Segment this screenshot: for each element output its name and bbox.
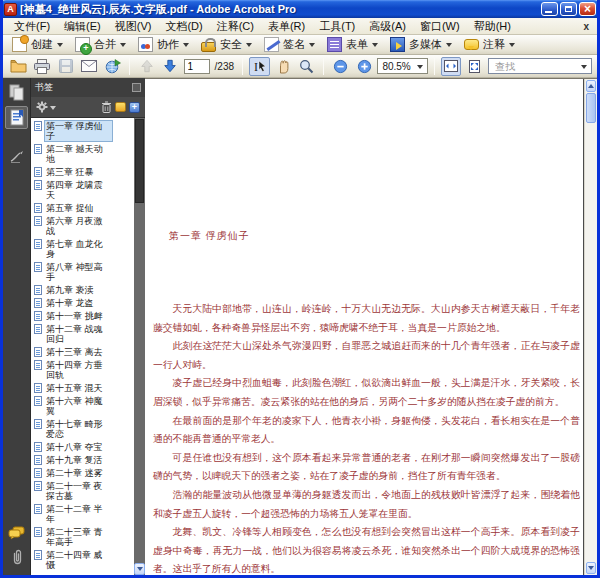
menu-help[interactable]: 帮助(H) — [467, 18, 518, 35]
print-button[interactable] — [32, 57, 53, 76]
chevron-down-icon — [137, 567, 143, 571]
document-scrollbar[interactable] — [584, 79, 597, 575]
bookmark-item[interactable]: 第八章 神型高手 — [34, 262, 133, 282]
scroll-up-button[interactable] — [586, 80, 596, 92]
paragraph: 天元大陆中部地带，山连山，岭连岭，十万大山无边无际。大山内参天古树遮天蔽日，千年… — [153, 300, 580, 337]
multimedia-button[interactable]: 多媒体 — [387, 36, 455, 53]
zoom-level-select[interactable]: 80.5% — [377, 58, 427, 74]
fit-width-button[interactable] — [441, 57, 462, 76]
find-input[interactable] — [493, 60, 577, 73]
menu-tools[interactable]: 工具(T) — [312, 18, 362, 35]
menubar-close-icon[interactable]: x — [579, 21, 593, 32]
bookmarks-panel-button[interactable] — [5, 106, 28, 129]
signatures-panel-button[interactable] — [5, 145, 28, 168]
create-icon — [12, 37, 27, 52]
create-button[interactable]: 创建 — [9, 36, 66, 53]
bookmark-item[interactable]: 第十二章 战魂回归 — [34, 324, 133, 344]
secure-button[interactable]: 安全 — [198, 36, 255, 53]
bookmark-item[interactable]: 第二十四章 威慑 — [34, 550, 133, 570]
pages-panel-button[interactable] — [5, 81, 28, 104]
forms-button[interactable]: 表单 — [324, 36, 381, 53]
bookmark-item[interactable]: 第二十二章 半年 — [34, 504, 133, 524]
bookmark-item[interactable]: 第十章 龙盗 — [34, 298, 133, 308]
pdf-page[interactable]: 第一章 俘虏仙子 天元大陆中部地带，山连山，岭连岭，十万大山无边无际。大山内参天… — [145, 79, 584, 575]
bookmark-item[interactable]: 第十八章 夺宝 — [34, 442, 133, 452]
plus-circle-icon — [357, 59, 372, 74]
navigation-panel-strip — [3, 78, 30, 575]
menu-forms[interactable]: 表单(R) — [261, 18, 312, 35]
combine-label: 合并 — [94, 37, 116, 52]
bookmark-item[interactable]: 第十三章 离去 — [34, 347, 133, 357]
email-button[interactable] — [79, 57, 100, 76]
minimize-button[interactable] — [541, 2, 558, 16]
tasks-toolbar: 创建合并协作安全签名表单多媒体注释 — [3, 35, 597, 55]
bookmark-item[interactable]: 第三章 狂暴 — [34, 167, 133, 177]
bookmark-item[interactable]: 第二章 撼天动地 — [34, 144, 133, 164]
bookmark-item[interactable]: 第二十三章 青年高手 — [34, 527, 133, 547]
menu-document[interactable]: 文档(D) — [158, 18, 209, 35]
document-scrollbar-thumb[interactable] — [586, 93, 596, 123]
bookmarks-scrollbar-thumb[interactable] — [135, 119, 144, 203]
bookmark-item[interactable]: 第十一章 挑衅 — [34, 311, 133, 321]
bookmark-item[interactable]: 第四章 龙啸震天 — [34, 180, 133, 200]
bookmark-item[interactable]: 第六章 月夜激战 — [34, 216, 133, 236]
bookmark-label: 第五章 捉仙 — [45, 203, 112, 213]
delete-bookmark-button[interactable] — [101, 101, 112, 113]
menu-view[interactable]: 视图(V) — [108, 18, 159, 35]
forms-label: 表单 — [346, 37, 368, 52]
zoom-level-value: 80.5% — [382, 61, 410, 72]
scroll-down-button[interactable] — [586, 562, 596, 574]
close-button[interactable] — [579, 2, 596, 16]
find-field[interactable] — [488, 58, 592, 74]
restore-button[interactable] — [560, 2, 577, 16]
bookmarks-scrollbar[interactable] — [134, 118, 145, 575]
menu-window[interactable]: 窗口(W) — [413, 18, 467, 35]
bookmark-label: 第二十三章 青年高手 — [45, 527, 112, 547]
printer-icon — [34, 59, 50, 74]
page-number-input[interactable] — [184, 59, 210, 74]
previous-page-button[interactable] — [136, 57, 157, 76]
menu-advanced[interactable]: 高级(A) — [362, 18, 413, 35]
combine-button[interactable]: 合并 — [72, 36, 129, 53]
bookmark-item[interactable]: 第二十一章 夜探古墓 — [34, 481, 133, 501]
bookmark-item[interactable]: 第十九章 复活 — [34, 455, 133, 465]
bookmark-item[interactable]: 第十七章 畸形爱恋 — [34, 419, 133, 439]
hand-tool-button[interactable] — [273, 57, 294, 76]
paperclip-icon — [10, 549, 24, 566]
bookmark-item[interactable]: 第九章 亵渎 — [34, 285, 133, 295]
sign-label: 签名 — [283, 37, 305, 52]
new-bookmark-button[interactable]: + — [129, 102, 140, 113]
bookmark-item[interactable]: 第七章 血龙化身 — [34, 239, 133, 259]
upload-document-button[interactable] — [103, 57, 124, 76]
menu-comments[interactable]: 注释(C) — [210, 18, 261, 35]
bookmark-item[interactable]: 第十五章 混天 — [34, 383, 133, 393]
comments-panel-button[interactable] — [5, 521, 28, 544]
panel-collapse-button[interactable] — [132, 83, 141, 92]
open-button[interactable] — [8, 57, 29, 76]
bookmark-item[interactable]: 第二十章 迷雾 — [34, 468, 133, 478]
comment-button[interactable]: 注释 — [461, 36, 518, 53]
page-count-label: /238 — [215, 61, 234, 72]
next-page-button[interactable] — [160, 57, 181, 76]
attachments-panel-button[interactable] — [5, 546, 28, 569]
marquee-zoom-button[interactable] — [296, 57, 317, 76]
select-tool-button[interactable]: I — [249, 57, 270, 76]
bookmark-item[interactable]: 第十六章 神魔翼 — [34, 396, 133, 416]
bookmark-item[interactable]: 第十四章 方垂回轨 — [34, 360, 133, 380]
bookmarks-scroll-down-button[interactable] — [134, 563, 145, 575]
zoom-in-button[interactable] — [354, 57, 375, 76]
bookmark-item[interactable]: 第五章 捉仙 — [34, 203, 133, 213]
collaborate-button[interactable]: 协作 — [135, 36, 192, 53]
expand-bookmarks-icon[interactable] — [115, 102, 126, 112]
zoom-out-button[interactable] — [330, 57, 351, 76]
pages-icon — [9, 84, 25, 101]
panel-title: 书签 — [35, 81, 53, 94]
sign-button[interactable]: 签名 — [261, 36, 318, 53]
menu-edit[interactable]: 编辑(E) — [57, 18, 108, 35]
fit-page-button[interactable] — [464, 57, 485, 76]
bookmark-item[interactable]: 第一章 俘虏仙子 — [34, 121, 133, 141]
save-button[interactable] — [55, 57, 76, 76]
menu-file[interactable]: 文件(F) — [7, 18, 57, 35]
chapter-title: 第一章 俘虏仙子 — [169, 229, 583, 243]
bookmark-options-button[interactable] — [36, 101, 56, 113]
